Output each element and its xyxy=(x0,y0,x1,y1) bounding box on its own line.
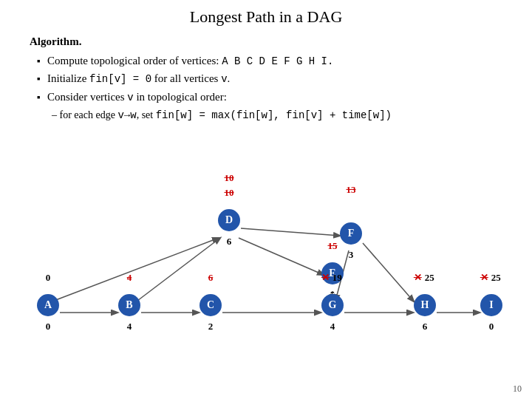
node-G-bot: 4 xyxy=(330,321,335,332)
node-F-crossed-top: 13 xyxy=(347,184,356,196)
node-D: 10 10 D 6 xyxy=(218,209,240,231)
node-H-bot: 6 xyxy=(423,321,428,332)
node-A: 0 A 0 xyxy=(37,294,59,316)
node-F-bot: 3 xyxy=(349,249,354,261)
node-C: 6 C 2 xyxy=(200,294,222,316)
node-D-bot: 6 xyxy=(227,236,232,248)
algorithm-heading: Algorithm. xyxy=(30,33,532,50)
node-G-top: ✕ 19 xyxy=(321,272,342,284)
svg-line-3 xyxy=(137,238,220,301)
node-I-bot: 0 xyxy=(489,321,494,332)
title: Longest Path in a DAG xyxy=(0,0,532,33)
graph-svg xyxy=(0,132,532,361)
node-H-top: ✕ 25 xyxy=(414,272,434,284)
page-number: 10 xyxy=(513,383,522,395)
graph-area: 0 A 0 4 B 4 6 C 2 10 10 D 6 15 E 5 13 F … xyxy=(0,132,532,361)
step-1: Compute topological order of vertices: A… xyxy=(37,52,532,69)
node-F: 13 F 3 xyxy=(340,222,362,245)
node-E-top: 15 xyxy=(328,240,338,252)
svg-line-9 xyxy=(363,243,414,301)
svg-line-5 xyxy=(239,238,324,275)
node-D-crossed-top: 10 xyxy=(225,172,234,184)
node-A-bot: 0 xyxy=(46,321,51,332)
node-G: ✕ 19 G 4 xyxy=(321,294,344,316)
step-3: Consider vertices v in topological order… xyxy=(37,88,532,106)
node-A-top: 0 xyxy=(46,272,51,284)
node-I-top: ✕ 25 xyxy=(480,272,501,284)
node-B: 4 B 4 xyxy=(118,294,140,316)
node-C-top: 6 xyxy=(208,272,214,284)
svg-line-6 xyxy=(241,228,340,236)
svg-line-1 xyxy=(54,238,219,301)
node-B-bot: 4 xyxy=(127,321,132,332)
node-C-bot: 2 xyxy=(208,321,214,332)
node-I: ✕ 25 I 0 xyxy=(480,294,502,316)
node-B-top: 4 xyxy=(127,272,132,284)
node-H: ✕ 25 H 6 xyxy=(414,294,436,316)
sub-rule: – for each edge v→w, set fin[w] = max(fi… xyxy=(30,107,532,123)
step-2: Initialize fin[v] = 0 for all vertices v… xyxy=(37,69,532,87)
node-D-top: 10 xyxy=(225,187,234,199)
